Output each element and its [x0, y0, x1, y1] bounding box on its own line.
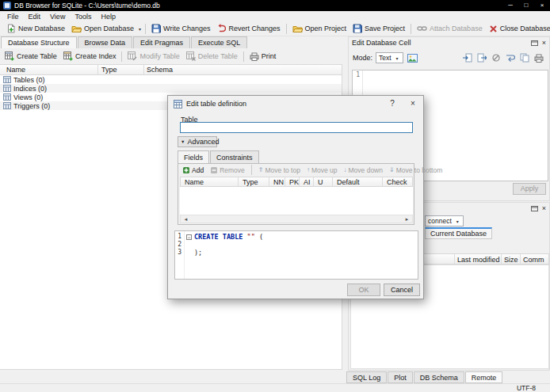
app-icon	[3, 2, 11, 10]
move-down-button[interactable]: ↓ Move down	[342, 166, 385, 175]
scroll-left-icon[interactable]: ◄	[181, 217, 191, 222]
tab-fields[interactable]: Fields	[178, 150, 209, 163]
window-title: DB Browser for SQLite - C:\Users\turne\d…	[14, 2, 160, 10]
apply-button[interactable]: Apply	[513, 183, 546, 195]
triggers-folder-icon	[3, 102, 11, 109]
write-changes-button[interactable]: Write Changes	[148, 22, 213, 35]
window-close-button[interactable]: ×	[534, 0, 550, 11]
menu-edit[interactable]: Edit	[24, 12, 46, 21]
tab-constraints[interactable]: Constraints	[210, 150, 259, 163]
column-pk[interactable]: PK	[285, 177, 300, 186]
dock-close-icon[interactable]: ×	[542, 39, 546, 47]
tree-column-name[interactable]: Name	[6, 66, 25, 74]
revert-changes-button[interactable]: Revert Changes	[213, 22, 283, 35]
save-project-button[interactable]: Save Project	[349, 22, 408, 35]
import-icon	[463, 53, 472, 63]
ok-button[interactable]: OK	[347, 284, 380, 296]
move-up-button[interactable]: ↑ Move up	[304, 166, 340, 175]
set-null-button[interactable]	[490, 51, 502, 64]
tab-plot[interactable]: Plot	[388, 371, 413, 383]
column-default[interactable]: Default	[333, 177, 383, 186]
encoding-indicator[interactable]: UTF-8	[517, 384, 536, 392]
dock-close-icon[interactable]: ×	[542, 204, 546, 212]
add-field-button[interactable]: Add	[180, 166, 206, 175]
remote-column-commit[interactable]: Comm	[523, 256, 544, 264]
new-database-button[interactable]: New Database	[3, 22, 68, 35]
close-database-label: Close Database	[500, 25, 550, 32]
dialog-help-button[interactable]: ?	[382, 96, 403, 112]
fields-grid-body[interactable]	[180, 187, 413, 215]
modify-table-icon	[128, 51, 137, 61]
tree-column-type[interactable]: Type	[101, 66, 117, 74]
menu-help[interactable]: Help	[96, 12, 120, 21]
move-to-top-button[interactable]: ⇑ Move to top	[256, 166, 303, 175]
structure-toolbar: Create Table Create Index Modify Table D…	[2, 49, 346, 63]
print-cell-button[interactable]	[533, 51, 545, 64]
tree-column-schema[interactable]: Schema	[147, 66, 173, 74]
menu-bar: File Edit View Tools Help	[0, 11, 550, 21]
create-index-button[interactable]: Create Index	[60, 50, 120, 63]
import-data-button[interactable]	[461, 51, 474, 64]
tab-current-database[interactable]: Current Database	[425, 227, 492, 239]
chevron-down-icon: ▾	[395, 55, 400, 61]
line-number: 3	[175, 249, 181, 257]
remove-icon	[210, 166, 218, 174]
create-table-button[interactable]: Create Table	[2, 50, 60, 63]
column-type[interactable]: Type	[239, 177, 269, 186]
scroll-right-icon[interactable]: ►	[402, 217, 412, 222]
tab-browse-data[interactable]: Browse Data	[78, 36, 133, 48]
advanced-toggle-button[interactable]: ▼ Advanced	[178, 136, 217, 147]
menu-view[interactable]: View	[45, 12, 70, 21]
modify-table-button[interactable]: Modify Table	[124, 50, 182, 63]
remote-column-size[interactable]: Size	[504, 256, 518, 264]
column-ai[interactable]: AI	[300, 177, 314, 186]
tree-item-tables[interactable]: Tables (0)	[0, 75, 342, 84]
open-image-button[interactable]	[407, 51, 419, 64]
maximize-button[interactable]: □	[518, 0, 534, 11]
open-database-button[interactable]: Open Database	[68, 23, 137, 35]
attach-database-button[interactable]: Attach Database	[414, 22, 486, 35]
attach-database-label: Attach Database	[430, 25, 483, 32]
column-u[interactable]: U	[314, 177, 333, 186]
remote-column-last-modified[interactable]: Last modified	[457, 256, 500, 264]
menu-tools[interactable]: Tools	[70, 12, 96, 21]
export-data-button[interactable]	[476, 51, 488, 64]
float-dock-icon[interactable]	[531, 40, 538, 46]
float-dock-icon[interactable]	[531, 205, 538, 211]
tab-db-schema[interactable]: DB Schema	[414, 371, 464, 383]
remote-connect-select[interactable]: connect ▾	[425, 215, 464, 226]
new-database-icon	[6, 24, 16, 33]
horizontal-scrollbar[interactable]: ◄ ►	[180, 215, 413, 223]
main-tab-bar: Database Structure Browse Data Edit Prag…	[1, 36, 346, 48]
open-project-button[interactable]: Open Project	[289, 23, 350, 35]
close-database-button[interactable]: Close Database	[486, 23, 550, 35]
move-to-bottom-button[interactable]: ⇓ Move to bottom	[387, 166, 445, 175]
tab-execute-sql[interactable]: Execute SQL	[191, 36, 247, 48]
copy-button[interactable]	[518, 51, 531, 64]
cancel-button[interactable]: Cancel	[384, 284, 420, 296]
table-name-input[interactable]	[180, 122, 413, 133]
column-nn[interactable]: NN	[269, 177, 285, 186]
column-check[interactable]: Check	[383, 177, 412, 186]
menu-file[interactable]: File	[2, 12, 24, 21]
fold-icon[interactable]: −	[186, 234, 192, 240]
null-icon	[491, 53, 501, 63]
chevron-down-icon: ▾	[455, 219, 460, 224]
open-database-dropdown-icon[interactable]: ▾	[137, 26, 143, 32]
delete-table-button[interactable]: Delete Table	[183, 50, 241, 63]
tab-remote[interactable]: Remote	[465, 371, 503, 383]
dialog-close-button[interactable]: ×	[403, 96, 423, 112]
tree-item-indices[interactable]: Indices (0)	[0, 84, 342, 93]
tab-edit-pragmas[interactable]: Edit Pragmas	[133, 36, 190, 48]
word-wrap-icon	[506, 53, 515, 63]
mode-select[interactable]: Text ▾	[376, 52, 403, 63]
word-wrap-button[interactable]	[504, 51, 517, 64]
tab-database-structure[interactable]: Database Structure	[1, 36, 77, 48]
toolbar-separator	[243, 51, 244, 62]
tab-sql-log[interactable]: SQL Log	[346, 371, 387, 383]
open-project-label: Open Project	[305, 25, 347, 32]
minimize-button[interactable]: ─	[502, 0, 518, 11]
print-button[interactable]: Print	[246, 51, 280, 63]
column-name[interactable]: Name	[181, 177, 239, 186]
remove-field-button[interactable]: Remove	[208, 166, 247, 175]
